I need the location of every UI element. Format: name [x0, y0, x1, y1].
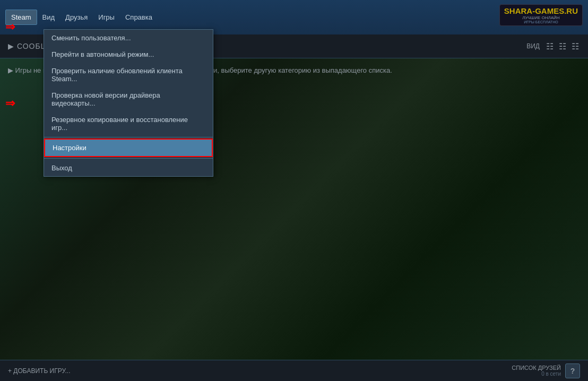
friends-menu-item[interactable]: Друзья: [60, 10, 93, 24]
games-menu-item[interactable]: Игры: [93, 10, 120, 24]
view-icons-group: ВИД ☷ ☷ ☷: [526, 40, 580, 53]
dropdown-divider-2: [44, 158, 213, 159]
dropdown-item-settings[interactable]: Настройки: [44, 138, 213, 157]
view-label: ВИД: [526, 42, 540, 50]
dropdown-item-backup[interactable]: Резервное копирование и восстановление и…: [44, 111, 213, 136]
watermark-sub: ИГРЫ БЕСПЛАТНО: [504, 20, 578, 24]
view-large-icon[interactable]: ☷: [570, 40, 580, 53]
breadcrumb-library: ▶: [8, 42, 17, 50]
friends-online-count: 0 в сети: [512, 371, 561, 377]
friends-list-label: СПИСОК ДРУЗЕЙ: [512, 365, 561, 371]
watermark-subtitle: ЛУЧШИЕ ОНЛАЙН: [504, 15, 578, 20]
friends-list-area: СПИСОК ДРУЗЕЙ 0 в сети ?: [512, 363, 580, 378]
watermark-title: SHARA-GAMES.RU: [504, 6, 578, 15]
arrow-indicator-2: ⇒: [5, 97, 15, 110]
view-grid-icon[interactable]: ☷: [558, 40, 567, 53]
help-button[interactable]: ?: [565, 363, 580, 378]
view-menu-item[interactable]: Вид: [37, 10, 60, 24]
bottom-bar: + ДОБАВИТЬ ИГРУ... СПИСОК ДРУЗЕЙ 0 в сет…: [0, 360, 588, 381]
nav-menu: Steam Вид Друзья Игры Справка: [5, 10, 158, 25]
watermark: SHARA-GAMES.RU ЛУЧШИЕ ОНЛАЙН ИГРЫ БЕСПЛА…: [499, 4, 583, 26]
help-menu-item[interactable]: Справка: [120, 10, 158, 24]
dropdown-item-offline-mode[interactable]: Перейти в автономный режим...: [44, 46, 213, 63]
add-game-button[interactable]: + ДОБАВИТЬ ИГРУ...: [8, 367, 70, 375]
arrow-indicator-1: ⇒: [5, 20, 15, 34]
view-list-icon[interactable]: ☷: [545, 40, 555, 53]
dropdown-divider: [44, 137, 213, 137]
dropdown-item-change-user[interactable]: Сменить пользователя...: [44, 30, 213, 46]
dropdown-item-exit[interactable]: Выход: [44, 160, 213, 176]
friends-list-info: СПИСОК ДРУЗЕЙ 0 в сети: [512, 365, 561, 377]
dropdown-item-check-updates[interactable]: Проверить наличие обновлений клиента Ste…: [44, 63, 213, 87]
dropdown-item-check-driver[interactable]: Проверка новой версии драйвера видеокарт…: [44, 87, 213, 111]
steam-dropdown-menu: Сменить пользователя... Перейти в автоно…: [44, 29, 213, 177]
